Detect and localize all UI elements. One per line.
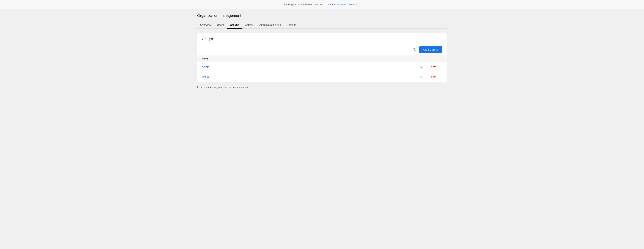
svg-line-1 — [415, 50, 416, 51]
page-title: Organization management — [197, 14, 447, 18]
group-actions-cell: Delete — [415, 62, 447, 72]
table-row: Admin Delete — [197, 62, 447, 72]
groups-table: Name Admin — [197, 55, 447, 82]
groups-card: Groups Create group Name — [197, 33, 447, 82]
project-guide-link-label: Check the project guide — [328, 3, 354, 6]
create-group-button[interactable]: Create group — [419, 46, 442, 53]
search-icon — [413, 48, 416, 51]
arrow-icon: → — [355, 3, 358, 6]
groups-card-title: Groups — [202, 37, 442, 41]
group-name-cell: Users — [197, 72, 415, 82]
tab-settings[interactable]: Settings — [284, 22, 299, 29]
tab-users[interactable]: Users — [214, 22, 227, 29]
column-actions — [415, 55, 447, 62]
groups-card-header: Groups — [197, 33, 447, 44]
group-actions-cell: Delete — [415, 72, 447, 82]
footer-text-after: . — [248, 86, 248, 89]
table-row: Users Delete — [197, 72, 447, 82]
group-name-cell: Admin — [197, 62, 415, 72]
tab-activity[interactable]: Activity — [242, 22, 256, 29]
tab-groups[interactable]: Groups — [227, 22, 242, 29]
admin-row-actions: Delete — [420, 65, 442, 69]
users-delete-button[interactable]: Delete — [427, 75, 438, 79]
footer-note: Learn more about groups in our documenta… — [197, 86, 447, 89]
svg-point-0 — [413, 49, 415, 51]
page-container: Organization management Overview Users G… — [191, 9, 453, 93]
search-button[interactable] — [412, 47, 417, 52]
edit-icon — [420, 66, 424, 69]
banner-text: Looking for docs and best practices? — [284, 3, 324, 6]
tabs-nav: Overview Users Groups Activity Administr… — [197, 22, 447, 29]
edit-icon — [420, 75, 424, 78]
tab-administration-api[interactable]: Administration API — [256, 22, 284, 29]
admin-delete-button[interactable]: Delete — [427, 65, 438, 69]
footer-text-before: Learn more about groups in our — [197, 86, 232, 89]
column-name: Name — [197, 55, 415, 62]
group-users-link[interactable]: Users — [202, 75, 209, 78]
table-header-row: Name — [197, 55, 447, 62]
project-guide-link[interactable]: Check the project guide → — [326, 2, 360, 7]
group-admin-link[interactable]: Admin — [202, 66, 209, 69]
users-edit-button[interactable] — [420, 75, 424, 79]
tab-overview[interactable]: Overview — [197, 22, 214, 29]
toolbar-row: Create group — [197, 44, 447, 55]
top-banner: Looking for docs and best practices? Che… — [0, 0, 644, 9]
documentation-link[interactable]: documentation — [232, 86, 248, 89]
admin-edit-button[interactable] — [420, 65, 424, 69]
users-row-actions: Delete — [420, 75, 442, 79]
